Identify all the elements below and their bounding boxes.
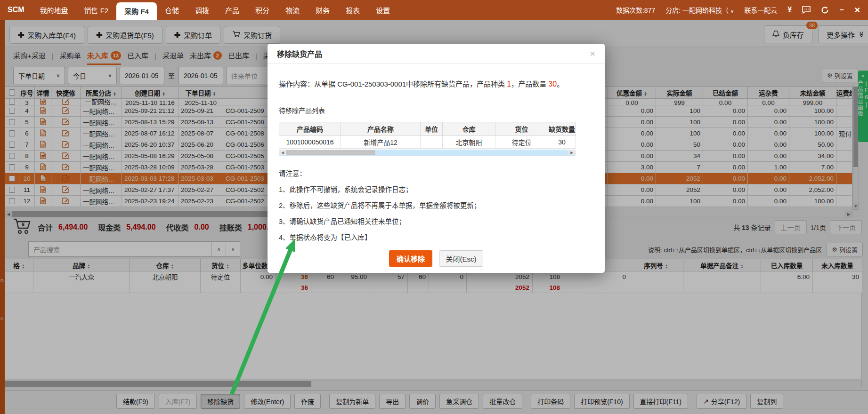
dialog-table-scrollbar[interactable]: ◀ ▶	[279, 150, 576, 156]
shortage-kind-count: 1	[507, 80, 511, 88]
minimize-icon[interactable]: −	[839, 6, 844, 14]
nav-item-仓储[interactable]: 仓储	[157, 0, 187, 20]
currency-icon[interactable]: ¥	[787, 6, 792, 14]
shortage-products-table: 产品编码产品名称单位仓库货位缺货数量1001000050016新增产品12北京朝…	[279, 122, 576, 149]
top-nav: SCM我的地盘销售 F2采购 F4仓储调拨产品积分物流财务报表设置 数据次数:8…	[0, 0, 868, 20]
remove-shortage-dialog: 移除缺货产品 × 操作内容：从单据 CG-001-250303-0001中移除所…	[268, 44, 605, 273]
nav-item-我的地盘[interactable]: 我的地盘	[32, 0, 76, 20]
chat-icon[interactable]	[802, 6, 811, 14]
data-count-label: 数据次数:877	[616, 5, 655, 15]
notice-item-3: 3、请确认缺货产品已通知相关往来单位；	[279, 216, 593, 226]
nav-item-报表[interactable]: 报表	[338, 0, 368, 20]
nav-item-采购-F4[interactable]: 采购 F4	[116, 2, 157, 20]
contact-link[interactable]: 联系一配云	[744, 5, 777, 15]
notice-title: 请注意：	[279, 168, 593, 178]
dialog-table-header-row: 产品编码产品名称单位仓库货位缺货数量	[279, 122, 576, 136]
notice-item-4: 4、单据状态将变为【已入库】	[279, 232, 593, 242]
notice-item-2: 2、移除后，这些缺货产品将不再属于本单据，单据金额将被更新；	[279, 200, 593, 210]
nav-menu: SCM我的地盘销售 F2采购 F4仓储调拨产品积分物流财务报表设置	[0, 0, 398, 20]
nav-right-area: 数据次数:877 分店: 一配网络科技（∨ 联系一配云 ¥ − ✕	[616, 0, 868, 20]
column-header-仓库: 仓库	[443, 122, 495, 136]
dialog-body: 操作内容：从单据 CG-001-250303-0001中移除所有缺货产品，产品种…	[268, 64, 605, 242]
nav-item-设置[interactable]: 设置	[368, 0, 398, 20]
operation-description: 操作内容：从单据 CG-001-250303-0001中移除所有缺货产品，产品种…	[279, 79, 593, 88]
branch-selector[interactable]: 分店: 一配网络科技（∨	[665, 5, 734, 15]
confirm-remove-button[interactable]: 确认移除	[389, 250, 432, 267]
scroll-right-arrow-icon[interactable]: ▶	[568, 150, 575, 155]
scroll-left-arrow-icon[interactable]: ◀	[279, 150, 286, 155]
notice-list: 1、此操作不可撤销，系统会记录操作日志；2、移除后，这些缺货产品将不再属于本单据…	[279, 184, 593, 242]
shortage-product-row: 1001000050016新增产品12北京朝阳待定位30	[279, 136, 576, 149]
close-dialog-button[interactable]: 关闭(Esc)	[439, 250, 483, 267]
dialog-title: 移除缺货产品	[277, 48, 322, 59]
cell: 北京朝阳	[443, 136, 495, 149]
cell: 1001000050016	[279, 136, 341, 149]
dialog-footer: 确认移除 关闭(Esc)	[268, 244, 605, 273]
nav-item-财务[interactable]: 财务	[308, 0, 338, 20]
shortage-qty: 30	[548, 80, 557, 88]
column-header-产品名称: 产品名称	[341, 122, 421, 136]
cell	[421, 136, 443, 149]
scm-app-window: SCM我的地盘销售 F2采购 F4仓储调拨产品积分物流财务报表设置 数据次数:8…	[0, 0, 868, 414]
chevron-down-icon: ∨	[730, 8, 734, 14]
nav-item-SCM[interactable]: SCM	[0, 0, 32, 20]
nav-item-产品[interactable]: 产品	[217, 0, 247, 20]
column-header-单位: 单位	[421, 122, 443, 136]
refresh-icon[interactable]	[821, 6, 829, 14]
nav-item-物流[interactable]: 物流	[277, 0, 308, 20]
dialog-close-icon[interactable]: ×	[590, 49, 595, 58]
notice-item-1: 1、此操作不可撤销，系统会记录操作日志；	[279, 184, 593, 194]
nav-item-销售-F2[interactable]: 销售 F2	[76, 0, 117, 20]
cell: 30	[548, 136, 576, 149]
dialog-header: 移除缺货产品 ×	[268, 44, 605, 64]
nav-item-积分[interactable]: 积分	[247, 0, 277, 20]
column-header-缺货数量: 缺货数量	[548, 122, 576, 136]
column-header-货位: 货位	[495, 122, 548, 136]
close-window-icon[interactable]: ✕	[854, 6, 860, 15]
pending-list-label: 待移除产品列表	[279, 105, 593, 115]
nav-item-调拨[interactable]: 调拨	[187, 0, 217, 20]
cell: 新增产品12	[341, 136, 421, 149]
column-header-产品编码: 产品编码	[279, 122, 341, 136]
cell: 待定位	[495, 136, 548, 149]
